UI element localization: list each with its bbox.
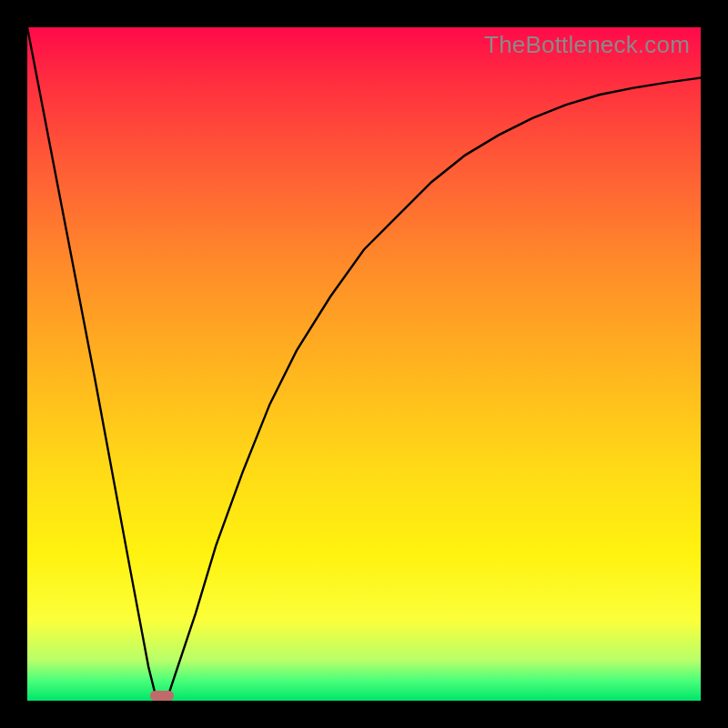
chart-frame: TheBottleneck.com: [0, 0, 728, 728]
optimal-marker: [150, 691, 175, 701]
bottleneck-curve-path: [27, 27, 701, 701]
plot-area: TheBottleneck.com: [27, 27, 701, 701]
curve-svg: [27, 27, 701, 701]
